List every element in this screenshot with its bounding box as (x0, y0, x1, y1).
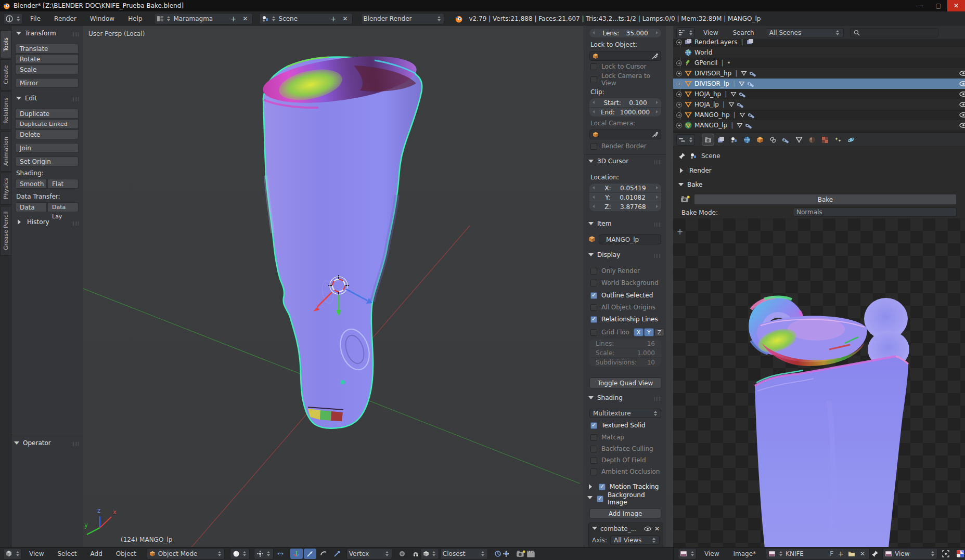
outliner-row-gpencil[interactable]: GPencil | • (673, 58, 965, 68)
textured-solid-row[interactable]: Textured Solid (590, 421, 646, 429)
menu-window[interactable]: Window (84, 15, 121, 22)
lock-camera-row[interactable]: Lock Camera to View (590, 75, 666, 84)
panel-grip[interactable] (72, 222, 79, 226)
display-panel-header[interactable]: Display (588, 251, 620, 259)
tab-render-layers[interactable] (715, 134, 727, 145)
join-button[interactable]: Join (15, 143, 79, 153)
eye-icon[interactable] (959, 80, 965, 87)
snap-target-dropdown[interactable]: Closest (440, 548, 488, 559)
checkbox[interactable] (590, 268, 597, 275)
panel-grip[interactable] (72, 32, 79, 36)
data-layout-button[interactable]: Data Lay (47, 202, 79, 212)
expand-icon[interactable] (676, 81, 682, 87)
add-menu[interactable]: Add (84, 550, 109, 557)
expand-icon[interactable] (676, 92, 682, 97)
grid-subdivisions-field[interactable]: Subdivisions:10 (589, 358, 661, 367)
eye-icon[interactable] (959, 70, 965, 77)
cursor-z-field[interactable]: Z:3.87768 (589, 202, 661, 211)
lock-to-cursor-row[interactable]: Lock to Cursor (590, 62, 646, 71)
bg-image-name[interactable]: combate_... (600, 525, 641, 532)
editor-type-selector[interactable] (676, 134, 695, 146)
draw-channels-icon[interactable] (956, 550, 964, 558)
panel-grip[interactable] (654, 223, 662, 227)
tab-object-data[interactable] (793, 134, 805, 145)
screen-layout-name[interactable]: Maramagma (174, 15, 226, 22)
proportional-edit-icon[interactable] (398, 550, 406, 557)
manipulator-toggle[interactable] (290, 549, 303, 559)
close-button[interactable]: ✕ (947, 0, 965, 11)
add-image-button[interactable]: Add Image (589, 509, 661, 518)
cursor-panel-header[interactable]: 3D Cursor (588, 157, 628, 165)
menu-help[interactable]: Help (122, 15, 148, 22)
depth-of-field-row[interactable]: Depth Of Field (590, 456, 646, 464)
checkbox[interactable] (590, 468, 597, 475)
relationship-lines-row[interactable]: Relationship Lines (590, 315, 658, 323)
bake-panel-header[interactable]: Bake (678, 180, 703, 189)
only-render-row[interactable]: Only Render (590, 267, 640, 275)
breadcrumb-scene[interactable]: Scene (701, 152, 720, 160)
ambient-occlusion-row[interactable]: Ambient Occlusion (590, 467, 660, 476)
bg-axis-dropdown[interactable]: All Views (610, 536, 660, 545)
menu-file[interactable]: File (24, 15, 47, 22)
duplicate-linked-button[interactable]: Duplicate Linked (15, 119, 79, 129)
collapse-icon[interactable] (592, 527, 597, 532)
delete-layout-button[interactable]: ✕ (241, 14, 250, 24)
cursor-x-field[interactable]: X:0.05419 (589, 184, 661, 192)
outline-selected-row[interactable]: Outline Selected (590, 291, 653, 299)
outliner-row-mango-hp[interactable]: MANGO_hp | (673, 110, 965, 120)
expand-icon[interactable] (676, 112, 682, 118)
row-label[interactable]: DIVISOR_hp (694, 70, 731, 77)
expand-icon[interactable] (676, 40, 682, 45)
motion-tracking-header[interactable]: Motion Tracking (587, 483, 659, 491)
tab-render[interactable] (702, 134, 714, 145)
shading-mode-dropdown[interactable]: Multitexture (589, 409, 661, 418)
backface-culling-row[interactable]: Backface Culling (590, 445, 653, 453)
screen-layout-selector[interactable]: Maramagma + ✕ (154, 13, 253, 24)
outliner-row-renderlayers[interactable]: RenderLayers | (673, 37, 965, 47)
checkbox[interactable] (590, 304, 597, 311)
history-panel-header[interactable]: History (16, 218, 49, 226)
display-mode-dropdown[interactable]: View (882, 548, 937, 559)
delete-button[interactable]: Delete (15, 129, 79, 139)
pivot-align-toggle-icon[interactable] (277, 550, 284, 557)
grid-z-toggle[interactable]: Z (654, 328, 664, 336)
outliner-view-menu[interactable]: View (697, 29, 724, 36)
checkbox[interactable] (597, 496, 603, 502)
tab-particles[interactable] (832, 134, 844, 145)
checkbox[interactable] (590, 76, 597, 83)
bake-button[interactable]: Bake (694, 194, 957, 205)
outliner-row-divisor-lp[interactable]: DIVISOR_lp | (673, 79, 965, 89)
edit-panel-header[interactable]: Edit (16, 94, 37, 102)
outliner-search-input[interactable] (850, 28, 938, 37)
image-datablock-selector[interactable]: KNIFE F + ✕ (766, 548, 870, 559)
item-panel-header[interactable]: Item (588, 219, 611, 228)
expand-icon[interactable] (676, 71, 682, 76)
shading-panel-header[interactable]: Shading (588, 394, 623, 402)
tab-object[interactable] (754, 134, 766, 145)
matcap-row[interactable]: Matcap (590, 433, 624, 441)
duplicate-button[interactable]: Duplicate (15, 109, 79, 119)
eyedropper-icon[interactable] (652, 53, 658, 59)
eye-icon[interactable] (959, 90, 965, 98)
object-menu[interactable]: Object (110, 550, 143, 557)
view-menu[interactable]: View (23, 550, 50, 557)
eye-icon[interactable] (644, 525, 651, 532)
pivot-point-dropdown[interactable] (254, 548, 274, 559)
image-name[interactable]: KNIFE (786, 550, 827, 557)
translate-manipulator-toggle[interactable] (304, 549, 316, 559)
translate-button[interactable]: Translate (15, 44, 79, 54)
local-camera-field[interactable] (589, 129, 661, 139)
scale-button[interactable]: Scale (15, 64, 79, 74)
panel-grip[interactable] (72, 442, 79, 446)
grid-x-toggle[interactable]: X (634, 328, 644, 336)
image-view-menu[interactable]: View (698, 550, 725, 557)
checkbox[interactable] (590, 63, 597, 70)
eye-icon[interactable] (959, 111, 965, 119)
snap-align-icon[interactable] (503, 550, 510, 557)
toggle-quad-view-button[interactable]: Toggle Quad View (589, 377, 661, 388)
row-label[interactable]: HOJA_lp (694, 101, 719, 108)
checkbox[interactable] (590, 143, 597, 150)
tab-tools[interactable]: Tools (0, 30, 11, 58)
tab-grease-pencil[interactable]: Grease Pencil (0, 206, 11, 256)
checkbox[interactable] (590, 292, 597, 299)
